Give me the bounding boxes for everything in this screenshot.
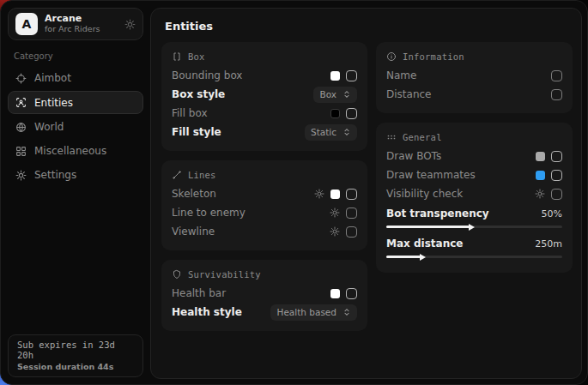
brand-card: A Arcane for Arc Riders [8,8,143,40]
health-style-value: Health based [276,307,336,317]
sidebar: A Arcane for Arc Riders Category [1,1,150,384]
sidebar-item-aimbot[interactable]: Aimbot [8,67,143,89]
viewline-checkbox[interactable] [346,226,357,238]
row-controls [314,189,357,200]
unfold-icon [342,90,351,99]
sidebar-item-label: Aimbot [34,72,71,84]
sidebar-item-label: World [34,121,64,133]
skeleton-checkbox[interactable] [346,189,357,200]
app-window: A Arcane for Arc Riders Category [0,0,588,385]
setting-row-fill-box: Fill box [172,104,357,123]
health-style-label: Health style [172,306,242,318]
category-label: Category [14,51,143,61]
visibility-check-label: Visibility check [386,188,463,200]
sidebar-item-label: Settings [34,169,76,181]
name-checkbox[interactable] [551,70,562,81]
page-title: Entities [151,9,581,40]
row-controls [330,208,357,219]
general-section-title: General [403,132,442,142]
row-controls [551,70,562,81]
gear-icon[interactable] [330,208,340,218]
information-section-header: Information [386,51,562,62]
box-style-label: Box style [172,88,225,100]
max-distance-label: Max distance [386,238,463,250]
setting-row-box-style: Box style Box [172,85,357,104]
setting-row-name: Name [386,66,562,85]
gear-icon[interactable] [330,226,340,237]
setting-row-line-to-enemy: Line to enemy [172,203,357,222]
box-style-dropdown[interactable]: Box [313,87,357,103]
session-duration-text: Session duration 44s [17,362,134,371]
line-to-enemy-checkbox[interactable] [346,208,357,219]
draw-teammates-color-swatch[interactable] [536,171,545,180]
skeleton-label: Skeleton [172,188,216,200]
globe-icon [15,122,27,133]
setting-row-draw-bots: Draw BOTs [386,147,562,165]
sidebar-item-miscellaneous[interactable]: Miscellaneous [8,140,143,162]
box-brackets-icon [172,51,182,62]
draw-teammates-label: Draw teammates [386,169,476,181]
setting-row-visibility-check: Visibility check [386,184,562,203]
gear-icon[interactable] [535,189,545,199]
survivability-section-title: Survivability [188,269,261,280]
row-controls [536,151,562,162]
viewline-label: Viewline [172,226,215,238]
grid-icon [15,146,27,157]
sidebar-item-world[interactable]: World [8,116,143,138]
health-bar-label: Health bar [172,287,226,299]
box-section-header: Box [172,51,357,62]
fill-style-dropdown[interactable]: Static [305,124,357,141]
skeleton-color-swatch[interactable] [330,189,340,199]
app-logo: A [15,13,38,35]
slider-thumb[interactable] [420,254,426,261]
bot-transparency-value: 50% [542,208,562,220]
health-style-dropdown[interactable]: Health based [270,304,357,321]
visibility-check-checkbox[interactable] [551,189,562,200]
draw-bots-color-swatch[interactable] [536,152,545,161]
gear-icon[interactable] [314,189,324,199]
row-controls [535,189,562,200]
setting-row-draw-teammates: Draw teammates [386,165,562,184]
sidebar-item-label: Miscellaneous [34,145,106,157]
box-section: Box Bounding box Box style Box [161,42,367,151]
slider-thumb[interactable] [469,224,475,231]
max-distance-slider[interactable] [386,256,562,258]
row-controls [330,288,357,299]
lines-section-header: Lines [172,170,357,180]
lines-section-title: Lines [188,170,216,180]
row-controls [330,108,357,119]
row-controls [551,89,562,100]
unfold-icon [342,308,351,316]
draw-teammates-checkbox[interactable] [551,170,562,181]
name-label: Name [386,69,416,81]
fill-box-color-swatch[interactable] [330,109,340,118]
row-controls [330,226,357,238]
bounding-box-color-swatch[interactable] [330,71,340,81]
setting-row-skeleton: Skeleton [172,184,357,203]
draw-bots-label: Draw BOTs [386,150,441,162]
fill-style-value: Static [311,127,336,137]
sidebar-item-entities[interactable]: Entities [8,91,143,114]
setting-row-health-bar: Health bar [172,284,357,303]
health-bar-checkbox[interactable] [346,288,357,299]
setting-row-viewline: Viewline [172,222,357,241]
info-icon [386,51,397,62]
sidebar-item-settings[interactable]: Settings [8,164,143,186]
information-section-title: Information [403,51,464,62]
bot-transparency-slider[interactable] [386,226,562,228]
gear-icon[interactable] [124,19,136,30]
health-bar-color-swatch[interactable] [330,289,340,298]
distance-checkbox[interactable] [551,89,562,100]
app-title: Arcane [45,14,118,25]
draw-bots-checkbox[interactable] [551,151,562,162]
row-controls [330,70,357,81]
bounding-box-checkbox[interactable] [346,70,357,81]
person-scan-icon [15,97,27,108]
fill-box-checkbox[interactable] [346,108,357,119]
setting-row-health-style: Health style Health based [172,303,357,322]
fill-style-label: Fill style [172,126,221,138]
line-icon [172,170,182,180]
general-section-header: General [386,132,562,142]
survivability-section: Survivability Health bar Health style He… [161,260,367,331]
brand-text: Arcane for Arc Riders [45,14,118,34]
